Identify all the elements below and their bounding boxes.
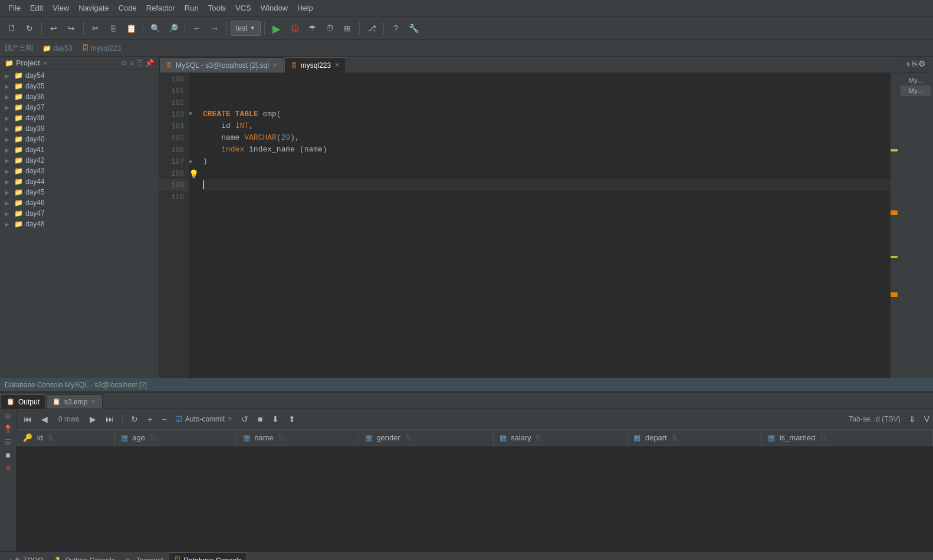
menu-file[interactable]: File: [4, 2, 25, 14]
run-coverage-button[interactable]: ☂: [304, 20, 320, 37]
code-line-109[interactable]: [203, 179, 893, 191]
help-button[interactable]: ?: [387, 20, 404, 37]
last-row-button[interactable]: ⏭: [102, 412, 117, 426]
copy-button[interactable]: ⎘: [105, 20, 121, 37]
remove-row-button[interactable]: −: [159, 412, 170, 426]
db-settings-icon[interactable]: ⚙: [918, 59, 926, 70]
add-row-button[interactable]: +: [144, 412, 156, 426]
menu-view[interactable]: View: [48, 2, 74, 14]
code-editor[interactable]: 100 101 102 103 104 105 106 107 108 109 …: [159, 73, 898, 378]
fold-103[interactable]: ▼: [189, 108, 198, 120]
redo-button[interactable]: ↪: [63, 20, 80, 37]
data-table-wrapper[interactable]: 🔑 id ⇅ ▦ age ⇅ ▦ name: [17, 429, 933, 551]
tab-mysql223-close[interactable]: ✕: [334, 61, 340, 69]
tree-item-day37[interactable]: ▶ 📁 day37: [0, 102, 159, 113]
col-depart[interactable]: ▦ depart ⇅: [628, 430, 762, 446]
menu-help[interactable]: Help: [293, 2, 318, 14]
menu-run[interactable]: Run: [180, 2, 203, 14]
tree-item-day47[interactable]: ▶ 📁 day47: [0, 208, 159, 219]
autocommit-checkbox[interactable]: ☑: [175, 414, 183, 424]
col-name[interactable]: ▦ name ⇅: [236, 430, 359, 446]
footer-tab-python[interactable]: 🐍 Python Console: [50, 552, 120, 561]
sidebar-gear-icon[interactable]: ☰: [136, 59, 143, 67]
sidebar-pin-icon[interactable]: 📌: [145, 59, 154, 67]
tab-s3emp[interactable]: 📋 s3.emp ✕: [46, 394, 103, 409]
cut-button[interactable]: ✂: [87, 20, 104, 37]
code-content[interactable]: CREATE TABLE emp( id INT, name VARCHAR(2…: [198, 73, 898, 378]
find-button[interactable]: 🔍: [147, 20, 163, 37]
side-icon-stop[interactable]: ■: [5, 450, 10, 460]
first-row-button[interactable]: ⏮: [20, 412, 35, 426]
sidebar-dropdown-icon[interactable]: ▼: [42, 60, 48, 67]
menu-navigate[interactable]: Navigate: [74, 2, 113, 14]
run-button[interactable]: ▶: [268, 20, 285, 37]
debug-button[interactable]: 🐞: [286, 20, 303, 37]
profile-button[interactable]: ⏱: [321, 20, 338, 37]
tree-item-day39[interactable]: ▶ 📁 day39: [0, 123, 159, 134]
more-options[interactable]: V: [924, 414, 929, 424]
tree-item-day42[interactable]: ▶ 📁 day42: [0, 155, 159, 166]
db-node-1[interactable]: My...: [901, 75, 931, 85]
tab-sql[interactable]: 🗄 MySQL - s3@localhost [2].sql ✕: [159, 57, 284, 73]
breadcrumb-item-3[interactable]: 🗄 mysql223: [82, 44, 121, 52]
tools2-button[interactable]: 🔧: [405, 20, 422, 37]
tree-item-day45[interactable]: ▶ 📁 day45: [0, 187, 159, 197]
tab-mysql223[interactable]: 🗄 mysql223 ✕: [284, 57, 346, 73]
forward-button[interactable]: →: [206, 20, 223, 37]
side-icon-close[interactable]: ✕: [5, 463, 12, 473]
undo-button[interactable]: ↩: [45, 20, 62, 37]
col-is-married[interactable]: ▦ is_married ⇅: [762, 430, 933, 446]
export-button[interactable]: ⬇: [268, 412, 282, 426]
footer-tab-todo[interactable]: ✓ 6: TODO: [2, 552, 48, 561]
breadcrumb-item-1[interactable]: 脱产三期: [5, 43, 33, 53]
download-tsv-button[interactable]: ⇓: [905, 412, 919, 426]
menu-code[interactable]: Code: [114, 2, 142, 14]
tree-item-day48[interactable]: ▶ 📁 day48: [0, 219, 159, 229]
side-icon-scroll[interactable]: 📍: [3, 424, 13, 434]
tree-item-day54[interactable]: ▶ 📁 day54: [0, 70, 159, 81]
tree-item-day38[interactable]: ▶ 📁 day38: [0, 113, 159, 123]
footer-tab-db-console[interactable]: 🗄 Database Console: [169, 552, 247, 561]
db-copy-icon[interactable]: ⎘: [912, 59, 917, 70]
fold-107[interactable]: ▲: [189, 156, 198, 167]
concurrency-button[interactable]: ⊞: [339, 20, 356, 37]
sidebar-collapse-icon[interactable]: ≡: [130, 59, 134, 67]
col-salary[interactable]: ▦ salary ⇅: [493, 430, 628, 446]
menu-window[interactable]: Window: [256, 2, 293, 14]
footer-tab-terminal[interactable]: >_ Terminal: [121, 552, 167, 561]
menu-tools[interactable]: Tools: [203, 2, 231, 14]
breadcrumb-item-2[interactable]: 📁 day53: [42, 44, 73, 52]
new-file-button[interactable]: 🗋: [4, 20, 20, 37]
paste-button[interactable]: 📋: [123, 20, 139, 37]
db-node-2[interactable]: My...: [901, 85, 931, 96]
tree-item-day35[interactable]: ▶ 📁 day35: [0, 81, 159, 91]
tab-s3emp-close[interactable]: ✕: [91, 398, 96, 406]
tree-item-day46[interactable]: ▶ 📁 day46: [0, 197, 159, 208]
sidebar-settings-icon[interactable]: ⚙: [121, 59, 127, 67]
tab-output[interactable]: 📋 Output: [0, 394, 46, 409]
tree-item-day44[interactable]: ▶ 📁 day44: [0, 176, 159, 187]
menu-vcs[interactable]: VCS: [231, 2, 256, 14]
autocommit-dropdown[interactable]: ▼: [227, 416, 233, 422]
sync-button[interactable]: ↻: [21, 20, 38, 37]
tree-item-day36[interactable]: ▶ 📁 day36: [0, 91, 159, 102]
menu-edit[interactable]: Edit: [25, 2, 48, 14]
tree-item-day43[interactable]: ▶ 📁 day43: [0, 166, 159, 176]
menu-refactor[interactable]: Refactor: [142, 2, 180, 14]
col-id[interactable]: 🔑 id ⇅: [17, 430, 115, 446]
col-age[interactable]: ▦ age ⇅: [114, 430, 236, 446]
vcs-button[interactable]: ⎇: [363, 20, 380, 37]
tree-item-day40[interactable]: ▶ 📁 day40: [0, 134, 159, 144]
import-button[interactable]: ⬆: [285, 412, 299, 426]
run-config-dropdown[interactable]: test ▼: [231, 21, 261, 36]
side-icon-run[interactable]: ⚙: [4, 411, 12, 421]
find-replace-button[interactable]: 🔎: [165, 20, 181, 37]
stop-button[interactable]: ■: [254, 412, 266, 426]
tree-item-day41[interactable]: ▶ 📁 day41: [0, 144, 159, 155]
tab-sql-close[interactable]: ✕: [272, 61, 278, 69]
next-row-button[interactable]: ▶: [86, 412, 100, 426]
refresh-table-button[interactable]: ↻: [127, 412, 142, 426]
back-button[interactable]: ←: [189, 20, 205, 37]
side-icon-table[interactable]: ☰: [4, 437, 12, 447]
revert-button[interactable]: ↺: [238, 412, 252, 426]
